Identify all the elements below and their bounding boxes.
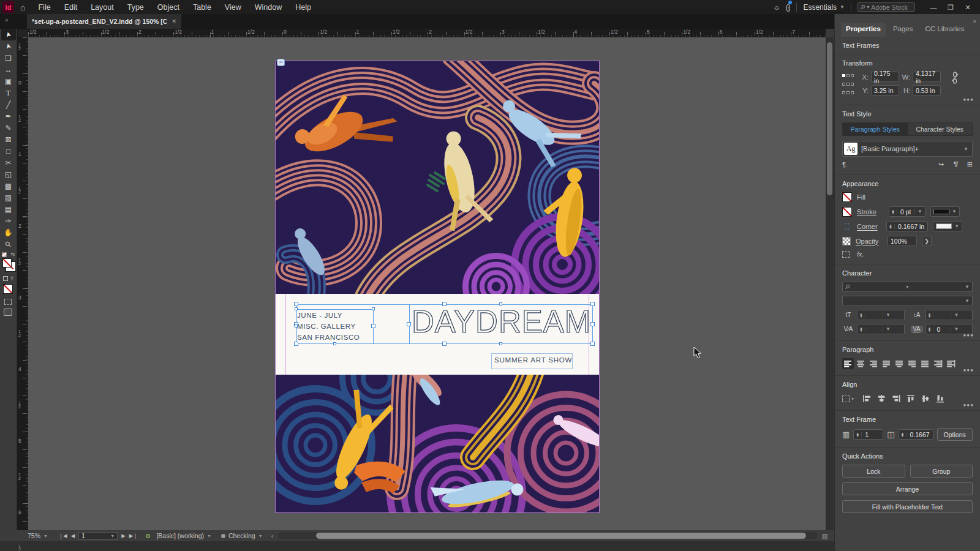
pen-tool[interactable]: ✒: [1, 110, 16, 122]
selection-handle[interactable]: [590, 322, 595, 326]
h-field[interactable]: 0.53 in: [913, 85, 941, 96]
selection-handle[interactable]: [294, 342, 298, 346]
selection-handle[interactable]: [590, 302, 595, 306]
frame-handle[interactable]: [295, 324, 298, 328]
columns-stepper[interactable]: ▲▼ 1: [853, 429, 883, 440]
pencil-tool[interactable]: ✎: [1, 122, 16, 133]
direct-selection-tool[interactable]: ➤: [1, 40, 16, 52]
text-frame-options-button[interactable]: Options: [937, 428, 973, 441]
frame-handle[interactable]: [295, 307, 298, 310]
fill-none-swatch[interactable]: [2, 258, 12, 268]
restore-button[interactable]: ❐: [942, 1, 959, 14]
fill-swatch[interactable]: [842, 192, 852, 202]
stroke-swatch[interactable]: [842, 207, 852, 217]
fill-placeholder-button[interactable]: Fill with Placeholder Text: [842, 500, 973, 513]
new-style-icon[interactable]: ⊞: [967, 160, 973, 168]
preflight-profile-dropdown[interactable]: [Basic] (working) ▼: [156, 532, 211, 539]
proof-status-dropdown[interactable]: Checking ▼: [221, 532, 263, 539]
group-button[interactable]: Group: [910, 465, 973, 478]
lock-button[interactable]: Lock: [842, 465, 905, 478]
frame-handle[interactable]: [407, 322, 411, 326]
more-options-icon[interactable]: ●●●: [963, 402, 974, 408]
scissors-tool[interactable]: ✂: [1, 157, 16, 168]
rectangle-frame-tool[interactable]: ⊠: [1, 133, 16, 145]
justify-center-button[interactable]: [894, 358, 905, 369]
leading-stepper[interactable]: ▲▼ ▼: [925, 310, 973, 320]
justify-left-button[interactable]: [881, 358, 892, 369]
share-icon[interactable]: ↑: [786, 2, 791, 12]
screen-mode-icon[interactable]: [4, 309, 12, 316]
home-icon[interactable]: ⌂: [20, 2, 25, 12]
paragraph-styles-tab[interactable]: Paragraph Styles: [843, 123, 908, 135]
stroke-color-dropdown[interactable]: ▼: [930, 206, 960, 217]
align-h-center-button[interactable]: [875, 393, 888, 404]
paragraph-mark-icon[interactable]: ¶.: [842, 161, 848, 168]
page-tool[interactable]: ❏: [1, 52, 16, 64]
more-options-icon[interactable]: ●●●: [963, 97, 974, 102]
tab-properties[interactable]: Properties: [841, 23, 886, 37]
selection-handle[interactable]: [442, 342, 447, 346]
bottom-artwork-image[interactable]: [276, 375, 599, 512]
document-tab[interactable]: *set-up-a-postcard_END_V2.indd @ 150% [C…: [27, 14, 181, 29]
swap-fill-stroke-icon[interactable]: ⇆: [11, 252, 15, 257]
object-style-icon[interactable]: [842, 251, 850, 258]
tab-overflow-icon[interactable]: »: [5, 17, 9, 23]
page-number-field[interactable]: 1 ▼: [78, 532, 118, 540]
frame-handle[interactable]: [372, 307, 375, 310]
corner-radius-stepper[interactable]: ▲▼ 0.1667 in: [886, 221, 928, 231]
note-tool[interactable]: ▤: [1, 203, 16, 215]
menu-file[interactable]: File: [31, 1, 57, 13]
menu-help[interactable]: Help: [288, 1, 318, 13]
menu-table[interactable]: Table: [186, 1, 218, 13]
justify-all-button[interactable]: [919, 358, 931, 369]
selection-handle[interactable]: [442, 302, 447, 306]
corner-style-dropdown[interactable]: ▼: [933, 221, 962, 231]
chevron-down-icon[interactable]: ▼: [883, 326, 893, 332]
align-to-dropdown[interactable]: ▾: [842, 393, 854, 404]
opacity-field[interactable]: 100%: [888, 236, 917, 246]
close-button[interactable]: ✕: [959, 1, 976, 14]
menu-type[interactable]: Type: [121, 1, 151, 13]
chevron-down-icon[interactable]: ▼: [951, 312, 961, 318]
stroke-weight-stepper[interactable]: ▲▼ 0 pt ▼: [889, 206, 925, 217]
clear-overrides-icon[interactable]: ¶̸: [954, 160, 957, 168]
stepper-arrows-icon[interactable]: ▲▼: [887, 224, 895, 229]
formatting-text-icon[interactable]: T: [10, 276, 14, 282]
frame-handle[interactable]: [499, 342, 502, 345]
align-h-left-button[interactable]: [860, 393, 873, 404]
reference-point-proxy[interactable]: [842, 74, 854, 99]
y-field[interactable]: 3.25 in: [871, 85, 899, 96]
redefine-style-icon[interactable]: ↪: [938, 160, 944, 168]
corner-link[interactable]: Corner: [857, 223, 881, 230]
stepper-arrows-icon[interactable]: ▲▼: [889, 209, 897, 214]
adobe-stock-search-input[interactable]: ⚲ ▾ Adobe Stock: [858, 2, 915, 12]
formatting-container-icon[interactable]: [3, 276, 8, 281]
align-v-bottom-button[interactable]: [933, 393, 947, 404]
x-field[interactable]: 0.175 in: [871, 72, 899, 82]
top-artwork-image[interactable]: [276, 61, 599, 294]
pasteboard[interactable]: JUNE - JULY MISC. GALLERY SAN FRANCISCO …: [28, 37, 826, 530]
tab-pages[interactable]: Pages: [888, 23, 918, 37]
font-style-dropdown[interactable]: ▼: [842, 296, 973, 306]
selection-handle[interactable]: [294, 302, 298, 306]
indesign-logo[interactable]: Id: [2, 1, 14, 13]
frame-handle[interactable]: [499, 302, 502, 305]
gap-tool[interactable]: ↔: [1, 64, 16, 75]
justify-right-button[interactable]: [907, 358, 918, 369]
headline-text-frame[interactable]: DAYDREAM: [409, 304, 593, 344]
ruler-origin-box[interactable]: [17, 29, 28, 37]
rectangle-tool[interactable]: □: [1, 145, 16, 157]
gradient-feather-tool[interactable]: ▨: [1, 192, 16, 203]
preflight-status-icon[interactable]: [146, 534, 150, 538]
align-toward-spine-button[interactable]: [932, 358, 944, 369]
previous-page-button[interactable]: ◀: [71, 533, 75, 539]
split-window-icon[interactable]: ▥: [822, 532, 828, 540]
vertical-ruler[interactable]: 12012112212312412512612: [17, 37, 28, 530]
align-right-button[interactable]: [868, 358, 880, 369]
font-family-dropdown[interactable]: ⚲ ▾ ▼: [842, 282, 973, 292]
arrange-button[interactable]: Arrange: [842, 482, 973, 495]
frame-handle[interactable]: [371, 324, 375, 328]
chevron-down-icon[interactable]: ▼: [951, 326, 961, 332]
minimize-button[interactable]: —: [925, 1, 942, 14]
lightbulb-icon[interactable]: ☼: [773, 2, 780, 12]
